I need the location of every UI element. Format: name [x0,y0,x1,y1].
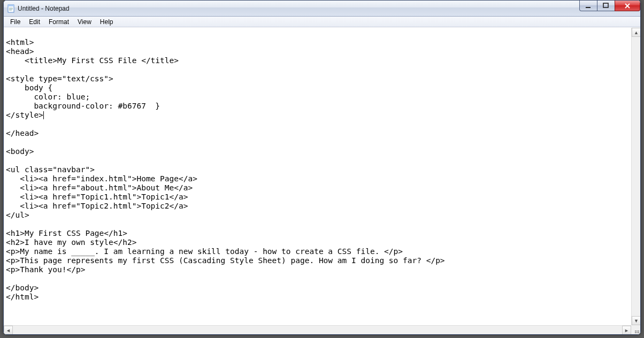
scroll-left-button[interactable]: ◄ [4,326,13,334]
hscroll-track[interactable] [13,326,622,334]
menu-file[interactable]: File [6,17,25,27]
menubar: File Edit Format View Help [4,17,640,27]
close-button[interactable] [615,1,640,11]
minimize-button[interactable] [579,1,597,11]
menu-view[interactable]: View [73,17,96,27]
notepad-icon [7,4,16,13]
text-caret [43,111,44,119]
svg-rect-1 [8,5,14,6]
client-area: <html> <head> <title>My First CSS File <… [4,27,640,334]
menu-format[interactable]: Format [44,17,73,27]
menu-edit[interactable]: Edit [25,17,44,27]
vscroll-track[interactable] [632,37,640,316]
window-controls [580,1,640,11]
notepad-window: Untitled - Notepad File Edit Format View… [3,0,641,335]
horizontal-scrollbar[interactable]: ◄ ► [4,325,631,334]
scroll-right-button[interactable]: ► [622,326,631,334]
maximize-button[interactable] [597,1,615,11]
svg-rect-6 [603,3,608,7]
scroll-down-button[interactable]: ▼ [632,316,640,325]
resize-grip[interactable] [631,325,640,334]
vertical-scrollbar[interactable]: ▲ ▼ [631,28,640,325]
scroll-up-button[interactable]: ▲ [632,28,640,37]
svg-rect-5 [586,7,591,8]
text-editor[interactable]: <html> <head> <title>My First CSS File <… [4,28,631,325]
window-title: Untitled - Notepad [18,5,70,12]
menu-help[interactable]: Help [96,17,118,27]
titlebar[interactable]: Untitled - Notepad [4,1,640,17]
